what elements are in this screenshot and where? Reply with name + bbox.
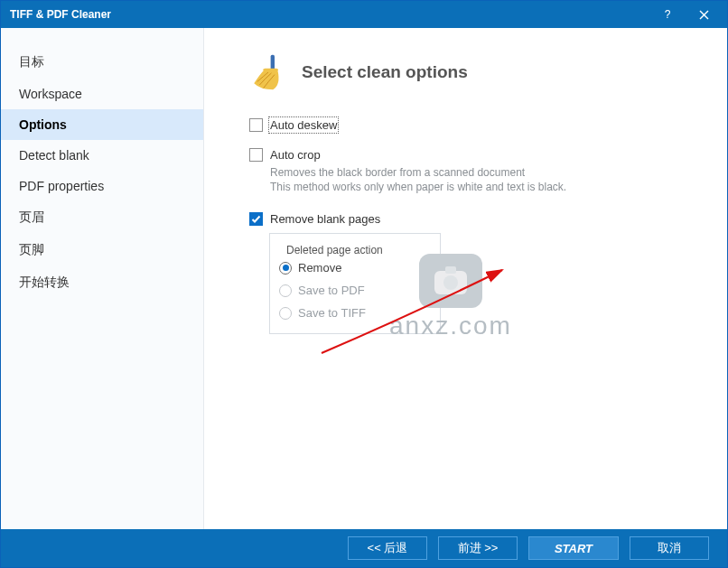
sidebar-item-start[interactable]: 开始转换 xyxy=(1,266,203,299)
body: 目标 Workspace Options Detect blank PDF pr… xyxy=(1,28,727,529)
window-title: TIFF & PDF Cleaner xyxy=(10,8,649,21)
back-button[interactable]: << 后退 xyxy=(348,536,427,560)
close-button[interactable] xyxy=(686,1,722,28)
auto-crop-hint: Removes the black border from a scanned … xyxy=(270,165,707,194)
auto-deskew-checkbox[interactable] xyxy=(249,118,263,132)
radio-remove-input[interactable] xyxy=(279,262,292,275)
sidebar-item-options[interactable]: Options xyxy=(1,109,203,140)
auto-deskew-label: Auto deskew xyxy=(270,118,337,132)
auto-deskew-group: Auto deskew xyxy=(249,116,707,134)
radio-save-tiff-input[interactable] xyxy=(279,307,292,320)
remove-blank-checkbox[interactable] xyxy=(249,212,263,226)
broom-icon xyxy=(249,53,287,91)
radio-remove[interactable]: Remove xyxy=(279,256,415,279)
help-icon: ? xyxy=(665,8,671,21)
sidebar-item-footer[interactable]: 页脚 xyxy=(1,234,203,266)
remove-blank-label: Remove blank pages xyxy=(270,212,380,226)
sidebar-item-pdf-properties[interactable]: PDF properties xyxy=(1,171,203,201)
next-button[interactable]: 前进 >> xyxy=(438,536,518,560)
help-button[interactable]: ? xyxy=(649,1,686,28)
page-title: Select clean options xyxy=(302,62,468,82)
close-icon xyxy=(699,10,709,20)
page-header: Select clean options xyxy=(249,53,707,91)
radio-save-tiff[interactable]: Save to TIFF xyxy=(279,302,415,324)
radio-save-pdf[interactable]: Save to PDF xyxy=(279,279,415,302)
content-pane: Select clean options Auto deskew Auto cr… xyxy=(204,28,727,529)
auto-crop-checkbox[interactable] xyxy=(249,148,263,162)
auto-crop-group: Auto crop Removes the black border from … xyxy=(249,146,707,194)
sidebar-item-workspace[interactable]: Workspace xyxy=(1,79,203,109)
auto-crop-hint-2: This method works only when paper is whi… xyxy=(270,180,707,194)
start-button[interactable]: START xyxy=(528,536,619,560)
radio-save-pdf-label: Save to PDF xyxy=(298,284,365,297)
app-window: TIFF & PDF Cleaner ? 目标 Workspace Option… xyxy=(0,0,728,568)
auto-crop-hint-1: Removes the black border from a scanned … xyxy=(270,165,707,180)
radio-save-tiff-label: Save to TIFF xyxy=(298,306,366,320)
footer: << 后退 前进 >> START 取消 xyxy=(1,529,727,567)
auto-crop-label: Auto crop xyxy=(270,148,321,162)
sidebar-item-target[interactable]: 目标 xyxy=(1,46,203,79)
sidebar-item-header[interactable]: 页眉 xyxy=(1,201,203,234)
radio-save-pdf-input[interactable] xyxy=(279,284,292,297)
deleted-action-fieldset: Deleted page action Remove Save to PDF S… xyxy=(269,233,441,334)
sidebar: 目标 Workspace Options Detect blank PDF pr… xyxy=(1,28,204,529)
radio-remove-label: Remove xyxy=(298,261,341,275)
titlebar: TIFF & PDF Cleaner ? xyxy=(1,1,727,28)
deleted-action-legend: Deleted page action xyxy=(283,244,387,256)
cancel-button[interactable]: 取消 xyxy=(630,536,709,560)
sidebar-item-detect-blank[interactable]: Detect blank xyxy=(1,140,203,171)
remove-blank-group: Remove blank pages Deleted page action R… xyxy=(249,210,707,334)
